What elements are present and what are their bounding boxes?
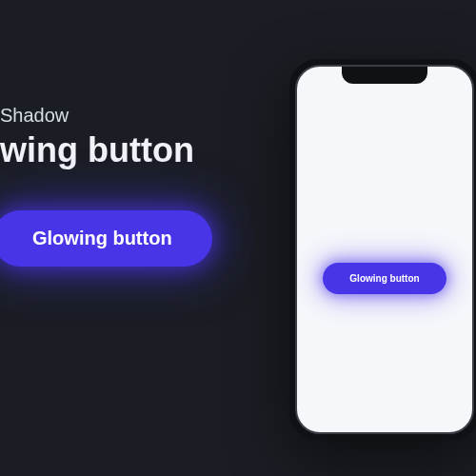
glowing-button[interactable]: Glowing button <box>0 210 212 267</box>
page-title: wing button <box>0 130 295 170</box>
left-panel: Shadow wing button Glowing button <box>0 0 295 476</box>
phone-frame: Glowing button <box>295 65 474 434</box>
glowing-button-preview[interactable]: Glowing button <box>323 263 446 294</box>
phone-mockup: Glowing button <box>289 59 476 440</box>
phone-screen: Glowing button <box>297 67 472 432</box>
subtitle-text: Shadow <box>0 105 295 127</box>
phone-notch <box>342 67 427 84</box>
